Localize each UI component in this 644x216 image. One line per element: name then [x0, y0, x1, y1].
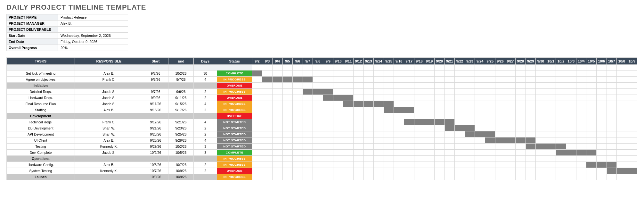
status-cell: COMPLETE [217, 71, 252, 77]
table-row [7, 65, 637, 71]
timeline-cell [586, 89, 597, 95]
timeline-cell [384, 83, 394, 89]
timeline-cell [262, 71, 273, 77]
timeline-cell [607, 101, 617, 107]
meta-value: Wednesday, September 2, 2026 [58, 33, 128, 38]
timeline-cell [363, 113, 374, 119]
timeline-cell [444, 174, 455, 180]
section-cell [194, 174, 217, 180]
timeline-cell [556, 101, 566, 107]
timeline-cell [374, 83, 384, 89]
timeline-cell [353, 168, 363, 174]
timeline-cell [333, 65, 343, 71]
timeline-cell [374, 150, 384, 156]
timeline-cell [617, 156, 627, 162]
timeline-cell [627, 174, 637, 180]
timeline-cell [252, 89, 262, 95]
table-row: OperationsIN PROGRESS [7, 156, 637, 162]
timeline-cell [394, 113, 404, 119]
timeline-cell [424, 150, 435, 156]
timeline-cell [485, 156, 495, 162]
timeline-cell [424, 168, 435, 174]
timeline-cell [363, 89, 374, 95]
timeline-cell [434, 107, 444, 113]
timeline-cell [596, 125, 607, 131]
timeline-cell [313, 150, 323, 156]
timeline-cell [394, 156, 404, 162]
timeline-cell [505, 131, 516, 137]
timeline-cell [465, 95, 475, 101]
table-row: DB DevelopmentShari W.9/21/269/23/262NOT… [7, 125, 637, 131]
timeline-cell [576, 137, 586, 144]
timeline-cell [272, 174, 282, 180]
task-name: UI Client [7, 137, 75, 144]
timeline-cell [455, 95, 465, 101]
timeline-cell [465, 83, 475, 89]
timeline-cell [465, 174, 475, 180]
section-cell [75, 113, 143, 119]
column-header: 9/6 [293, 58, 303, 65]
days: 4 [194, 137, 217, 144]
column-header: 9/25 [485, 58, 495, 65]
timeline-cell [455, 174, 465, 180]
timeline-cell [505, 107, 516, 113]
timeline-cell [303, 95, 313, 101]
timeline-cell [384, 150, 394, 156]
timeline-cell [424, 77, 435, 83]
timeline-cell [343, 150, 354, 156]
timeline-cell [272, 101, 282, 107]
timeline-cell [505, 89, 516, 95]
timeline-cell [262, 113, 273, 119]
timeline-cell [323, 113, 333, 119]
timeline-cell [586, 162, 597, 168]
timeline-cell [515, 95, 526, 101]
timeline-cell [394, 65, 404, 71]
timeline-cell [303, 77, 313, 83]
spacer-cell [75, 65, 143, 71]
timeline-cell [536, 83, 546, 89]
timeline-cell [485, 71, 495, 77]
timeline-cell [333, 137, 343, 144]
timeline-cell [303, 137, 313, 144]
timeline-cell [495, 168, 505, 174]
timeline-cell [627, 156, 637, 162]
timeline-cell [465, 150, 475, 156]
timeline-cell [384, 168, 394, 174]
timeline-cell [363, 65, 374, 71]
timeline-cell [485, 174, 495, 180]
timeline-cell [404, 71, 414, 77]
timeline-cell [323, 150, 333, 156]
timeline-cell [293, 101, 303, 107]
timeline-cell [515, 101, 526, 107]
section-cell [75, 174, 143, 180]
timeline-cell [333, 144, 343, 150]
meta-label: PROJECT DELIVERABLE [7, 27, 58, 32]
timeline-cell [576, 95, 586, 101]
end-date: 9/7/26 [168, 77, 194, 83]
timeline-cell [282, 107, 293, 113]
timeline-cell [374, 131, 384, 137]
timeline-cell [424, 71, 435, 77]
timeline-cell [495, 89, 505, 95]
timeline-cell [394, 71, 404, 77]
timeline-cell [374, 77, 384, 83]
timeline-cell [293, 65, 303, 71]
timeline-cell [434, 95, 444, 101]
timeline-cell [374, 119, 384, 125]
timeline-cell [282, 65, 293, 71]
timeline-cell [586, 83, 597, 89]
timeline-cell [515, 119, 526, 125]
timeline-cell [475, 125, 485, 131]
section-cell [194, 113, 217, 119]
timeline-cell [505, 144, 516, 150]
timeline-cell [515, 71, 526, 77]
timeline-cell [526, 125, 536, 131]
status-cell: OVERDUE [217, 113, 252, 119]
days: 4 [194, 119, 217, 125]
timeline-cell [323, 71, 333, 77]
timeline-cell [333, 131, 343, 137]
timeline-cell [384, 174, 394, 180]
timeline-cell [374, 162, 384, 168]
timeline-cell [505, 65, 516, 71]
task-name: Hardware Config. [7, 162, 75, 168]
